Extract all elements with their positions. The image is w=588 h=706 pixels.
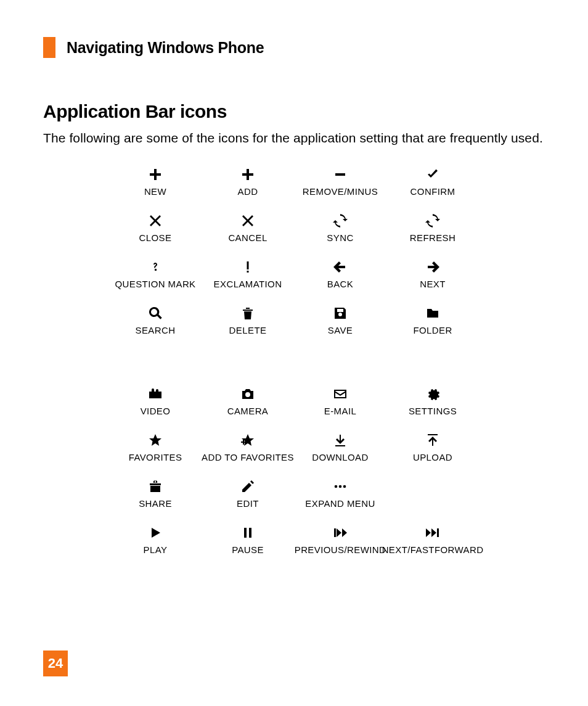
gift-icon: [148, 477, 163, 496]
question-icon: [148, 258, 163, 276]
icon-cell: CANCEL: [202, 211, 294, 243]
icon-cell: SYNC: [294, 211, 386, 243]
icon-label: NEW: [144, 186, 166, 197]
icon-label: REMOVE/MINUS: [303, 186, 378, 197]
icon-cell: PREVIOUS/REWIND: [294, 523, 386, 555]
star-plus-icon: [240, 431, 255, 449]
icon-label: NEXT/FASTFORWARD: [382, 544, 484, 555]
icon-label: REFRESH: [410, 232, 455, 243]
icon-label: PAUSE: [232, 544, 264, 555]
refresh-icon: [425, 211, 440, 230]
arrow-right-icon: [425, 258, 440, 276]
icon-label: E-MAIL: [324, 406, 356, 416]
pencil-icon: [240, 477, 255, 496]
icon-label: EDIT: [237, 498, 259, 509]
icon-cell: SETTINGS: [386, 385, 479, 416]
icon-grid: NEW ADD REMOVE/MINUS CONFIRM CLOSE CANCE…: [43, 165, 545, 555]
save-icon: [333, 304, 348, 322]
icon-cell: CLOSE: [109, 211, 202, 243]
camera-icon: [240, 385, 255, 403]
group-gap: [109, 350, 479, 370]
icon-cell: PAUSE: [202, 523, 294, 555]
icon-label: FOLDER: [413, 325, 452, 335]
icon-label: PLAY: [144, 544, 168, 555]
icon-cell: QUESTION MARK: [109, 258, 202, 289]
plus-icon: [148, 165, 163, 184]
icon-label: CANCEL: [228, 232, 267, 243]
icon-label: FAVORITES: [129, 452, 182, 462]
icon-label: NEXT: [420, 279, 446, 289]
icon-label: EXCLAMATION: [214, 279, 282, 289]
icon-label: SYNC: [327, 232, 353, 243]
icon-cell: ADD: [202, 165, 294, 197]
icon-label: DELETE: [229, 325, 267, 335]
icon-cell: PLAY: [109, 523, 202, 555]
video-icon: [148, 385, 163, 403]
icon-cell: UPLOAD: [386, 431, 479, 462]
icon-label: SAVE: [328, 325, 353, 335]
icon-cell: REMOVE/MINUS: [294, 165, 386, 197]
section-header: Navigating Windows Phone: [43, 37, 545, 58]
sync-icon: [333, 211, 348, 230]
icon-label: BACK: [327, 279, 353, 289]
download-icon: [333, 431, 348, 449]
icon-label: DOWNLOAD: [312, 452, 369, 462]
icon-cell: EXCLAMATION: [202, 258, 294, 289]
x-icon: [240, 211, 255, 230]
previous-icon: [333, 523, 348, 542]
icon-cell: SEARCH: [109, 304, 202, 335]
icon-cell: CAMERA: [202, 385, 294, 416]
icon-label: SEARCH: [136, 325, 176, 335]
pause-icon: [240, 523, 255, 542]
icon-label: SHARE: [139, 498, 172, 509]
icon-cell: NEW: [109, 165, 202, 197]
icon-cell: EDIT: [202, 477, 294, 509]
icon-label: CAMERA: [227, 406, 269, 416]
mail-icon: [333, 385, 348, 403]
icon-label: QUESTION MARK: [115, 279, 195, 289]
icon-cell: DOWNLOAD: [294, 431, 386, 462]
fastforward-icon: [425, 523, 440, 542]
icon-cell: REFRESH: [386, 211, 479, 243]
star-icon: [148, 431, 163, 449]
icon-label: ADD TO FAVORITES: [202, 452, 294, 462]
section-accent-bar: [43, 37, 55, 58]
minus-icon: [333, 165, 348, 184]
icon-cell: ADD TO FAVORITES: [202, 431, 294, 462]
arrow-left-icon: [333, 258, 348, 276]
icon-cell: FAVORITES: [109, 431, 202, 462]
icon-label: VIDEO: [141, 406, 171, 416]
intro-text: The following are some of the icons for …: [43, 131, 545, 146]
icon-cell: NEXT: [386, 258, 479, 289]
gear-icon: [425, 385, 440, 403]
plus-icon: [240, 165, 255, 184]
icon-cell: FOLDER: [386, 304, 479, 335]
play-icon: [148, 523, 163, 542]
page-number: 24: [43, 651, 68, 676]
folder-icon: [425, 304, 440, 322]
exclamation-icon: [240, 258, 255, 276]
icon-cell: SAVE: [294, 304, 386, 335]
page-subtitle: Application Bar icons: [43, 101, 545, 122]
x-icon: [148, 211, 163, 230]
dots-icon: [333, 477, 348, 496]
icon-cell: VIDEO: [109, 385, 202, 416]
section-title: Navigating Windows Phone: [67, 39, 264, 57]
icon-cell: CONFIRM: [386, 165, 479, 197]
trash-icon: [240, 304, 255, 322]
icon-label: PREVIOUS/REWIND: [295, 544, 386, 555]
icon-cell: DELETE: [202, 304, 294, 335]
icon-label: CLOSE: [139, 232, 172, 243]
icon-cell: BACK: [294, 258, 386, 289]
search-icon: [148, 304, 163, 322]
icon-label: ADD: [238, 186, 258, 197]
icon-label: CONFIRM: [410, 186, 455, 197]
icon-label: SETTINGS: [409, 406, 457, 416]
icon-cell: E-MAIL: [294, 385, 386, 416]
icon-label: UPLOAD: [413, 452, 452, 462]
icon-label: EXPAND MENU: [305, 498, 375, 509]
document-page: Navigating Windows Phone Application Bar…: [0, 0, 588, 706]
icon-cell: NEXT/FASTFORWARD: [386, 523, 479, 555]
check-icon: [425, 165, 440, 184]
upload-icon: [425, 431, 440, 449]
